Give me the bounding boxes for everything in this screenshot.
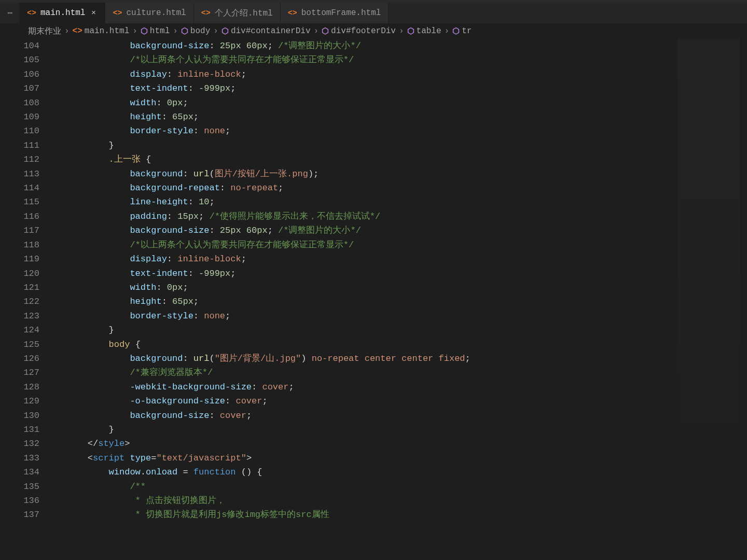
tab--html[interactable]: <>个人介绍.html	[194, 3, 281, 23]
symbol-icon: ⬡	[322, 26, 329, 36]
tab-label: main.html	[40, 8, 85, 18]
tab-label: bottomFrame.html	[301, 8, 381, 18]
code-line: -webkit-background-size: cover;	[66, 380, 677, 394]
code-line: background-size: 25px 60px; /*调整图片的大小*/	[66, 39, 677, 53]
tab-culture-html[interactable]: <>culture.html	[105, 3, 193, 23]
symbol-icon: ⬡	[181, 26, 188, 36]
code-line: * 点击按钮切换图片，	[66, 494, 677, 508]
code-line: }	[66, 323, 677, 337]
tab-main-html[interactable]: <>main.html×	[20, 3, 105, 23]
chevron-right-icon: ›	[445, 26, 450, 36]
code-line: }	[66, 138, 677, 152]
tab-bar: ⋯ <>main.html×<>culture.html<>个人介绍.html<…	[0, 3, 747, 23]
symbol-icon: ⬡	[452, 26, 460, 36]
vertical-scrollbar[interactable]	[740, 39, 747, 560]
code-line: height: 65px;	[66, 295, 677, 309]
breadcrumb-item[interactable]: table	[417, 26, 441, 36]
editor-area: 1041051061071081091101111121131141151161…	[0, 39, 747, 560]
code-line: line-height: 10;	[66, 195, 677, 209]
code-line: border-style: none;	[66, 309, 677, 323]
code-line: border-style: none;	[66, 124, 677, 138]
html-file-icon: <>	[27, 9, 36, 18]
code-line: background-repeat: no-repeat;	[66, 181, 677, 195]
editor-actions-menu[interactable]: ⋯	[0, 3, 20, 23]
tab-label: 个人介绍.html	[215, 8, 273, 19]
code-line: height: 65px;	[66, 110, 677, 124]
breadcrumb-item[interactable]: tr	[462, 26, 472, 36]
symbol-icon: ⬡	[141, 26, 148, 36]
code-line: /*兼容浏览器版本*/	[66, 366, 677, 380]
code-line: /*以上两条个人认为需要共同存在才能够保证正常显示*/	[66, 53, 677, 67]
code-line: <script type="text/javascript">	[66, 451, 677, 465]
code-line: background: url(图片/按钮/上一张.png);	[66, 167, 677, 181]
breadcrumb: 期末作业›<> main.html›⬡ html›⬡ body›⬡ div#co…	[0, 23, 747, 39]
tab-label: culture.html	[126, 8, 186, 18]
close-icon[interactable]: ×	[89, 9, 98, 18]
breadcrumb-item[interactable]: main.html	[85, 26, 129, 36]
chevron-right-icon: ›	[64, 26, 70, 36]
code-line: </style>	[66, 437, 677, 451]
code-line: background-size: 25px 60px; /*调整图片的大小*/	[66, 223, 677, 237]
chevron-right-icon: ›	[132, 26, 137, 36]
minimap[interactable]	[677, 39, 740, 560]
code-line: text-indent: -999px;	[66, 81, 677, 95]
breadcrumb-item[interactable]: 期末作业	[28, 26, 61, 37]
code-line: width: 0px;	[66, 96, 677, 110]
html-file-icon: <>	[73, 26, 82, 36]
code-content[interactable]: background-size: 25px 60px; /*调整图片的大小*/ …	[65, 39, 677, 522]
code-line: display: inline-block;	[66, 252, 677, 266]
code-line: background-size: cover;	[66, 409, 677, 423]
chevron-right-icon: ›	[173, 26, 178, 36]
symbol-icon: ⬡	[407, 26, 414, 36]
chevron-right-icon: ›	[399, 26, 404, 36]
breadcrumb-item[interactable]: div#footerDiv	[331, 26, 396, 36]
code-line: body {	[66, 338, 677, 352]
code-line: -o-background-size: cover;	[66, 394, 677, 408]
chevron-right-icon: ›	[213, 26, 218, 36]
code-line: /*以上两条个人认为需要共同存在才能够保证正常显示*/	[66, 238, 677, 252]
code-line: text-indent: -999px;	[66, 267, 677, 281]
html-file-icon: <>	[113, 9, 122, 18]
code-line: background: url("图片/背景/山.jpg") no-repeat…	[66, 352, 677, 366]
line-number-gutter: 1041051061071081091101111121131141151161…	[0, 39, 52, 560]
symbol-icon: ⬡	[222, 26, 229, 36]
html-file-icon: <>	[201, 9, 211, 18]
code-line: padding: 15px; /*使得照片能够显示出来，不信去掉试试*/	[66, 209, 677, 223]
code-line: .上一张 {	[66, 152, 677, 166]
fold-strip	[52, 39, 65, 560]
chevron-right-icon: ›	[314, 26, 319, 36]
code-line: display: inline-block;	[66, 67, 677, 81]
tab-bottomFrame-html[interactable]: <>bottomFrame.html	[281, 3, 389, 23]
code-line: * 切换图片就是利用js修改img标签中的src属性	[66, 508, 677, 522]
breadcrumb-item[interactable]: div#containerDiv	[231, 26, 311, 36]
html-file-icon: <>	[288, 9, 297, 18]
breadcrumb-item[interactable]: body	[190, 26, 210, 36]
code-line: /**	[66, 480, 677, 494]
code-line: window.onload = function () {	[66, 465, 677, 479]
breadcrumb-item[interactable]: html	[150, 26, 170, 36]
code-line: width: 0px;	[66, 281, 677, 295]
code-line: }	[66, 423, 677, 437]
